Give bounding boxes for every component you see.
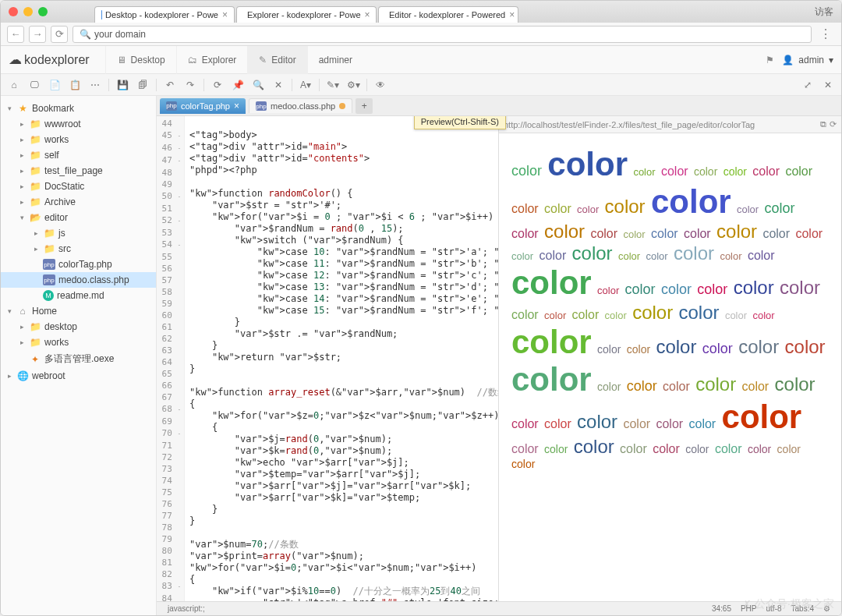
- folder-icon: 📁: [29, 150, 41, 161]
- tree-home[interactable]: ▾⌂Home: [1, 303, 156, 319]
- folder-icon: 📁: [43, 243, 55, 254]
- tree-item[interactable]: ▸📁js: [1, 225, 156, 241]
- folder-icon: 📂: [29, 212, 41, 223]
- status-bar: javascript:; 34:65 PHP utf-8 Tabs:4 ⚙: [157, 601, 841, 615]
- browser-address-bar: ← → ⟳ 🔍your domain ⋮: [1, 23, 841, 46]
- edit-icon: ✎: [259, 55, 267, 65]
- php-file-icon: php: [43, 274, 55, 285]
- tree-item[interactable]: ▸📁test_file_page: [1, 163, 156, 179]
- code-editor[interactable]: 44 45 - 46 - 47 - 48 49 50 - 51 52 - 53 …: [157, 116, 498, 601]
- open-external-icon[interactable]: ⧉: [820, 119, 826, 129]
- reload-button[interactable]: ⟳: [51, 26, 68, 43]
- folder-icon: 📁: [43, 228, 55, 239]
- close-tab-icon[interactable]: ×: [222, 9, 228, 20]
- fullscreen-icon[interactable]: ⤢: [799, 77, 816, 93]
- tree-item[interactable]: ▸📁Archive: [1, 194, 156, 210]
- tree-file[interactable]: Mreadme.md: [1, 288, 156, 303]
- editor-toolbar: ⌂ 🖵 📄 📋 ⋯ 💾 🗐 ↶ ↷ ⟳ 📌 🔍 ✕ A▾ ✎▾ ⚙▾ 👁 ⤢: [1, 74, 841, 96]
- preview-url-text: http://localhost/test/elFinder-2.x/files…: [504, 120, 817, 129]
- home-icon[interactable]: ⌂: [5, 77, 23, 93]
- gear-icon[interactable]: ⚙▾: [345, 77, 362, 93]
- tree-file[interactable]: phpcolorTag.php: [1, 257, 156, 272]
- tree-editor[interactable]: ▾📂editor: [1, 210, 156, 225]
- pin-icon[interactable]: 📌: [229, 77, 246, 93]
- preview-icon[interactable]: 👁: [372, 77, 389, 93]
- desktop-icon[interactable]: 🖵: [26, 77, 43, 93]
- brush-icon[interactable]: ✎▾: [324, 77, 341, 93]
- maximize-window-button[interactable]: [38, 7, 48, 16]
- status-left: javascript:;: [168, 604, 205, 613]
- tree-file-selected[interactable]: phpmedoo.class.php: [1, 272, 156, 288]
- nav-desktop[interactable]: 🖥Desktop: [105, 46, 176, 74]
- user-menu[interactable]: 👤admin▾: [782, 55, 833, 65]
- minimize-window-button[interactable]: [23, 7, 33, 16]
- search-icon[interactable]: 🔍: [249, 77, 267, 93]
- save-icon[interactable]: 💾: [114, 77, 131, 93]
- folder-icon: 📁: [29, 134, 41, 145]
- close-window-button[interactable]: [9, 7, 18, 16]
- close-tab-icon[interactable]: ×: [365, 9, 370, 20]
- user-icon: 👤: [782, 55, 794, 65]
- folder-icon: 🗂: [188, 55, 197, 65]
- preview-pane: http://localhost/test/elFinder-2.x/files…: [498, 116, 841, 601]
- folder-icon: 📁: [29, 337, 41, 348]
- tree-item[interactable]: ▸📁works: [1, 132, 156, 147]
- tree-item[interactable]: ▸📁desktop: [1, 319, 156, 335]
- globe-icon: 🌐: [16, 370, 29, 381]
- refresh-icon[interactable]: ⟳: [830, 119, 837, 129]
- tree-item[interactable]: ▸📁src: [1, 241, 156, 257]
- save-all-icon[interactable]: 🗐: [134, 77, 151, 93]
- close-icon[interactable]: ✕: [819, 77, 837, 93]
- shuffle-icon[interactable]: ✕: [270, 77, 287, 93]
- tree-item[interactable]: ▸📁works: [1, 335, 156, 350]
- address-input[interactable]: 🔍your domain: [73, 26, 812, 43]
- line-gutter: 44 45 - 46 - 47 - 48 49 50 - 51 52 - 53 …: [157, 116, 185, 601]
- new-file-icon[interactable]: 📄: [46, 77, 63, 93]
- forward-button[interactable]: →: [29, 26, 46, 43]
- tree-webroot[interactable]: ▸🌐webroot: [1, 368, 156, 384]
- browser-tab[interactable]: Desktop - kodexplorer - Powe×: [94, 6, 235, 23]
- tree-item[interactable]: ▸📁wwwroot: [1, 116, 156, 132]
- close-tab-icon[interactable]: ×: [509, 9, 515, 20]
- chevron-down-icon: ▾: [829, 55, 833, 65]
- file-tree: ▾★Bookmark ▸📁wwwroot ▸📁works ▸📁self ▸📁te…: [1, 96, 157, 615]
- search-icon: 🔍: [80, 29, 91, 40]
- undo-icon[interactable]: ↶: [161, 77, 179, 93]
- browser-tab[interactable]: Editor - kodexplorer - Powered×: [378, 6, 518, 23]
- tree-file[interactable]: ✦多语言管理.oexe: [1, 350, 156, 368]
- tree-item[interactable]: ▸📁self: [1, 147, 156, 163]
- cursor-position: 34:65: [712, 604, 731, 613]
- flag-icon[interactable]: ⚑: [766, 55, 774, 65]
- redo-icon[interactable]: ↷: [182, 77, 199, 93]
- more-icon[interactable]: ⋯: [87, 77, 104, 93]
- tree-item[interactable]: ▸📁DocStatic: [1, 179, 156, 194]
- wechat-icon: ✗: [742, 598, 752, 611]
- editor-tabs: phpcolorTag.php× phpmedoo.class.php +: [157, 96, 841, 116]
- nav-editor[interactable]: ✎Editor: [247, 46, 306, 74]
- oexe-file-icon: ✦: [29, 354, 41, 365]
- watermark: ✗公众号·极客之家: [742, 597, 834, 611]
- code-area[interactable]: <"tag">body> <"tag">div "attr">id="main"…: [185, 116, 498, 601]
- desktop-icon: 🖥: [117, 55, 126, 65]
- folder-icon: 📁: [29, 181, 41, 192]
- tree-bookmark[interactable]: ▾★Bookmark: [1, 101, 156, 116]
- nav-explorer[interactable]: 🗂Explorer: [176, 46, 248, 74]
- app-topnav: ☁kodexplorer 🖥Desktop 🗂Explorer ✎Editor …: [1, 46, 841, 74]
- editor-tab-active[interactable]: phpcolorTag.php×: [160, 98, 246, 114]
- refresh-icon[interactable]: ⟳: [209, 77, 226, 93]
- nav-adminer[interactable]: adminer: [307, 46, 363, 74]
- browser-tab[interactable]: Explorer - kodexplorer - Powe×: [236, 6, 377, 23]
- preview-url-bar: http://localhost/test/elFinder-2.x/files…: [499, 116, 841, 133]
- home-icon: ⌂: [16, 306, 29, 317]
- close-icon[interactable]: ×: [234, 101, 239, 112]
- font-icon[interactable]: A▾: [297, 77, 314, 93]
- copy-icon[interactable]: 📋: [66, 77, 83, 93]
- preview-content: color color color color color color colo…: [499, 133, 841, 601]
- editor-tab[interactable]: phpmedoo.class.php: [249, 98, 352, 113]
- browser-menu-button[interactable]: ⋮: [816, 27, 835, 41]
- folder-icon: 📁: [29, 321, 41, 332]
- back-button[interactable]: ←: [7, 26, 24, 43]
- add-tab-button[interactable]: +: [356, 98, 373, 114]
- modified-dot-icon: [339, 103, 345, 109]
- preview-tooltip: Preview(Ctrl-Shift-S): [414, 116, 506, 129]
